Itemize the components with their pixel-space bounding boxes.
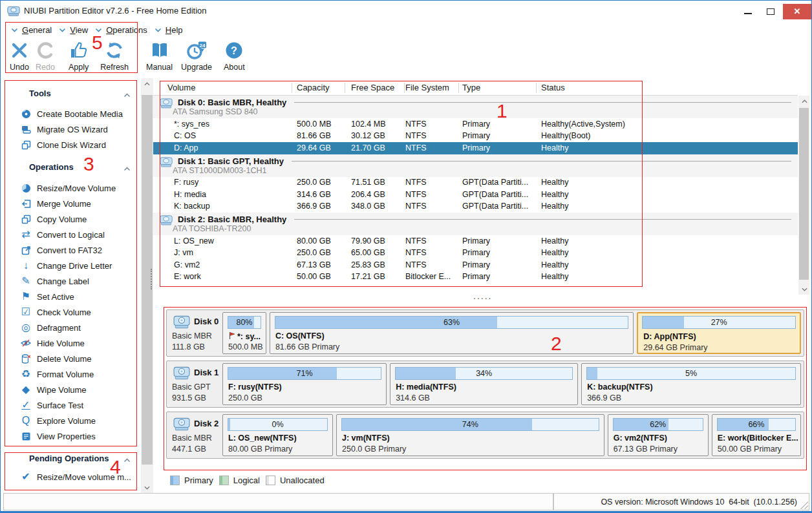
- partition-label: D: App(NTFS): [643, 332, 696, 341]
- partition-block-h-media-ntfs[interactable]: 34%H: media(NTFS)314.6 GB: [390, 363, 578, 405]
- partition-block--sy[interactable]: 80%*: sy...500.0 MB: [222, 312, 266, 354]
- volume-row-c-os[interactable]: C: OS81.66 GB30.12 GBNTFSPrimaryHealthy(…: [153, 131, 798, 143]
- sidebar-item-merge-volume[interactable]: Merge Volume: [1, 196, 141, 211]
- disk-info-0[interactable]: Disk 0Basic MBR111.8 GB: [167, 310, 222, 356]
- partition-label: L: OS_new(NTFS): [228, 434, 297, 443]
- apply-icon: [69, 39, 89, 61]
- menu-operations[interactable]: Operations: [95, 25, 147, 35]
- sidebar-item-format-volume[interactable]: ♻Format Volume: [1, 366, 141, 382]
- volume-row-f-rusy[interactable]: F: rusy250.0 GB71.51 GBNTFSGPT(Data Part…: [153, 177, 798, 189]
- partition-block-g-vm2-ntfs[interactable]: 62%G: vm2(NTFS)67.13 GB Primary: [608, 414, 709, 456]
- refresh-button[interactable]: Refresh: [100, 39, 129, 72]
- partition-label: J: vm(NTFS): [342, 434, 390, 443]
- volume-row-d-app[interactable]: D: App29.64 GB21.70 GBNTFSPrimaryHealthy: [153, 142, 798, 154]
- legend-primary: Primary: [170, 476, 213, 485]
- section-header-pending-operations[interactable]: Pending Operations: [1, 451, 141, 465]
- sidebar-item-change-label[interactable]: ✎Change Label: [1, 273, 141, 289]
- copy-icon: [20, 215, 32, 224]
- partition-block-l-os-new-ntfs[interactable]: 0%L: OS_new(NTFS)80.00 GB Primary: [222, 414, 333, 456]
- section-header-operations[interactable]: Operations: [1, 160, 141, 174]
- sidebar-item-convert-to-fat32[interactable]: Convert to FAT32: [1, 242, 141, 258]
- upgrade-button[interactable]: 24Upgrade: [181, 39, 212, 72]
- minimize-button[interactable]: [744, 13, 752, 14]
- sidebar-item-surface-test[interactable]: ✓Surface Test: [1, 397, 141, 413]
- redo-button[interactable]: Redo: [36, 39, 55, 72]
- sidebar-item-change-drive-letter[interactable]: ↓Change Drive Letter: [1, 258, 141, 273]
- volume-row-h-media[interactable]: H: media314.6 GB206.4 GBNTFSGPT(Data Par…: [153, 189, 798, 201]
- sidebar-item-view-properties[interactable]: View Properties: [1, 428, 141, 444]
- usage-bar: 34%: [395, 367, 573, 380]
- sidebar-item-convert-to-logical[interactable]: ⇄Convert to Logical: [1, 227, 141, 242]
- splitter-handle[interactable]: .....: [473, 294, 499, 299]
- disk-info-2[interactable]: Disk 2Basic MBR447.1 GB: [167, 412, 222, 458]
- volume-row--sys-res[interactable]: *: sys_res500.0 MB102.4 MBNTFSPrimaryHea…: [153, 118, 798, 131]
- column-header-status[interactable]: Status: [541, 83, 565, 92]
- menu-general[interactable]: General: [11, 25, 52, 35]
- wipe-icon: ◆: [20, 384, 32, 395]
- sidebar-item-explore-volume[interactable]: QExplore Volume: [1, 413, 141, 428]
- resize-grip[interactable]: [800, 501, 808, 509]
- partition-label: G: vm2(NTFS): [614, 434, 667, 443]
- partition-block-e-work-bitlocker-e[interactable]: 66%E: work(Bitlocker E...50.00 GB Primar…: [712, 414, 801, 456]
- sidebar-item-defragment[interactable]: ◎Defragment: [1, 320, 141, 335]
- usage-bar: 27%: [642, 316, 796, 329]
- scroll-down-icon[interactable]: [798, 284, 811, 295]
- partition-block-f-rusy-ntfs[interactable]: 71%F: rusy(NTFS)250.0 GB: [222, 363, 387, 405]
- menu-help[interactable]: Help: [155, 25, 183, 35]
- close-button[interactable]: ✕: [783, 4, 811, 19]
- sidebar-splitter-grip[interactable]: [151, 269, 153, 289]
- maximize-button[interactable]: [767, 8, 775, 15]
- sidebar-item-create-bootable-media[interactable]: Create Bootable Media: [1, 106, 141, 121]
- sidebar-item-set-active[interactable]: ⚑Set Active: [1, 289, 141, 304]
- manual-button[interactable]: Manual: [146, 39, 173, 72]
- disk-group-row[interactable]: Disk 0: Basic MBR, HealthyATA Samsung SS…: [153, 96, 798, 118]
- clone-icon: [20, 140, 32, 150]
- scrollbar-thumb[interactable]: [799, 108, 809, 280]
- partition-block-d-app-ntfs[interactable]: 27%D: App(NTFS)29.64 GB Primary: [637, 312, 801, 354]
- flag-icon: ⚑: [20, 291, 32, 302]
- disk-group-row[interactable]: Disk 1: Basic GPT, HealthyATA ST1000DM00…: [153, 154, 798, 177]
- menu-view[interactable]: View: [59, 25, 88, 35]
- volume-row-e-work[interactable]: E: work50.00 GB17.21 GBBitlocker E...Pri…: [153, 271, 798, 284]
- scroll-up-icon[interactable]: [141, 78, 153, 89]
- volume-row-l-os-new[interactable]: L: OS_new80.00 GB79.90 GBNTFSPrimaryHeal…: [153, 235, 798, 247]
- scroll-up-icon[interactable]: [798, 96, 811, 107]
- partition-block-j-vm-ntfs[interactable]: 74%J: vm(NTFS)250.0 GB Primary: [336, 414, 604, 456]
- column-header-type[interactable]: Type: [462, 83, 480, 92]
- menu-bar: GeneralViewOperationsHelp: [1, 22, 811, 37]
- group-separator-line: [294, 219, 791, 220]
- sidebar-item-hide-volume[interactable]: Hide Volume: [1, 335, 141, 351]
- disk-group-row[interactable]: Disk 2: Basic MBR, HealthyATA TOSHIBA-TR…: [153, 213, 798, 235]
- disc-icon: [20, 109, 32, 119]
- section-header-tools[interactable]: Tools: [1, 86, 141, 100]
- main-panel: VolumeCapacityFree SpaceFile SystemTypeS…: [153, 78, 811, 493]
- usage-bar: 5%: [586, 367, 796, 380]
- table-scrollbar[interactable]: [798, 96, 809, 295]
- sidebar-item-resize-move-volume[interactable]: Resize/Move Volume: [1, 180, 141, 196]
- sidebar-item-delete-volume[interactable]: Delete Volume: [1, 351, 141, 366]
- column-header-free-space[interactable]: Free Space: [351, 83, 394, 92]
- volume-row-k-backup[interactable]: K: backup366.9 GB348.0 GBNTFSGPT(Data Pa…: [153, 201, 798, 213]
- sidebar-item-clone-disk-wizard[interactable]: Clone Disk Wizard: [1, 137, 141, 152]
- sidebar-item-migrate-os-wizard[interactable]: Migrate OS Wizard: [1, 121, 141, 137]
- volume-row-g-vm2[interactable]: G: vm267.13 GB25.83 GBNTFSPrimaryHealthy: [153, 259, 798, 271]
- manual-icon: [150, 39, 169, 61]
- partition-block-k-backup-ntfs[interactable]: 5%K: backup(NTFS)366.9 GB: [581, 363, 801, 405]
- column-header-file-system[interactable]: File System: [405, 83, 449, 92]
- sidebar-item-copy-volume[interactable]: Copy Volume: [1, 211, 141, 227]
- column-header-volume[interactable]: Volume: [167, 83, 195, 92]
- usage-bar: 62%: [613, 418, 703, 431]
- volume-row-j-vm[interactable]: J: vm250.0 GB65.00 GBNTFSPrimaryHealthy: [153, 247, 798, 260]
- sidebar-item-resize-move-volume-m[interactable]: ✔Resize/Move volume m...: [1, 469, 141, 485]
- column-header-capacity[interactable]: Capacity: [297, 83, 330, 92]
- sidebar-item-wipe-volume[interactable]: ◆Wipe Volume: [1, 382, 141, 397]
- apply-button[interactable]: Apply: [69, 39, 89, 72]
- sidebar-item-check-volume[interactable]: ☑Check Volume: [1, 304, 141, 320]
- scroll-down-icon[interactable]: [141, 482, 153, 493]
- about-button[interactable]: ?About: [224, 39, 245, 72]
- disk-icon: [173, 417, 190, 431]
- undo-button[interactable]: Undo: [10, 39, 29, 72]
- disk-icon: [160, 98, 173, 109]
- partition-block-c-os-ntfs[interactable]: 63%C: OS(NTFS)81.66 GB Primary: [270, 312, 634, 354]
- disk-info-1[interactable]: Disk 1Basic GPT931.5 GB: [167, 361, 222, 407]
